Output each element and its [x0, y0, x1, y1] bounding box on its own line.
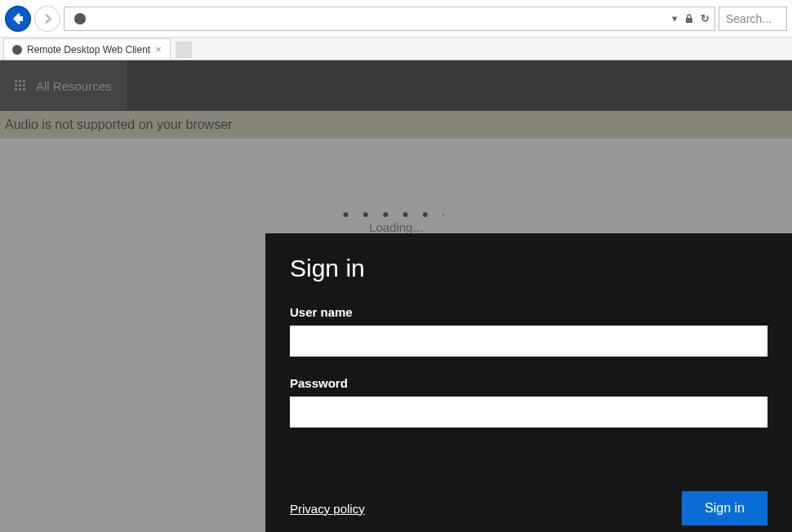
refresh-icon[interactable]: ↻ [701, 12, 710, 24]
password-input[interactable] [290, 397, 768, 428]
address-bar[interactable]: ▾ ↻ [64, 7, 715, 31]
signin-panel: Sign in User name Password Privacy polic… [265, 233, 792, 532]
site-favicon-icon [74, 13, 86, 24]
tab-title: Remote Desktop Web Client [27, 44, 150, 55]
username-input[interactable] [290, 326, 768, 357]
tab-favicon-icon [12, 45, 22, 55]
privacy-policy-link[interactable]: Privacy policy [290, 502, 365, 516]
lock-icon [684, 14, 694, 24]
browser-tab[interactable]: Remote Desktop Web Client × [3, 38, 171, 60]
new-tab-button[interactable] [176, 42, 192, 58]
signin-footer: Privacy policy Sign in [290, 483, 768, 525]
page-content: All Resources Audio is not supported on … [0, 60, 792, 532]
password-label: Password [290, 376, 768, 390]
signin-title: Sign in [290, 255, 768, 282]
search-placeholder: Search... [726, 12, 772, 25]
forward-button[interactable] [34, 6, 60, 32]
arrow-right-icon [42, 13, 53, 24]
back-button[interactable] [5, 6, 31, 32]
svg-rect-0 [686, 18, 692, 23]
tab-strip: Remote Desktop Web Client × [0, 38, 792, 60]
username-label: User name [290, 305, 768, 319]
close-tab-button[interactable]: × [155, 44, 162, 55]
browser-toolbar: ▾ ↻ Search... [0, 0, 792, 38]
dropdown-caret-icon[interactable]: ▾ [672, 12, 678, 24]
arrow-left-icon [11, 12, 24, 25]
search-box[interactable]: Search... [719, 7, 787, 31]
signin-button[interactable]: Sign in [682, 491, 768, 525]
